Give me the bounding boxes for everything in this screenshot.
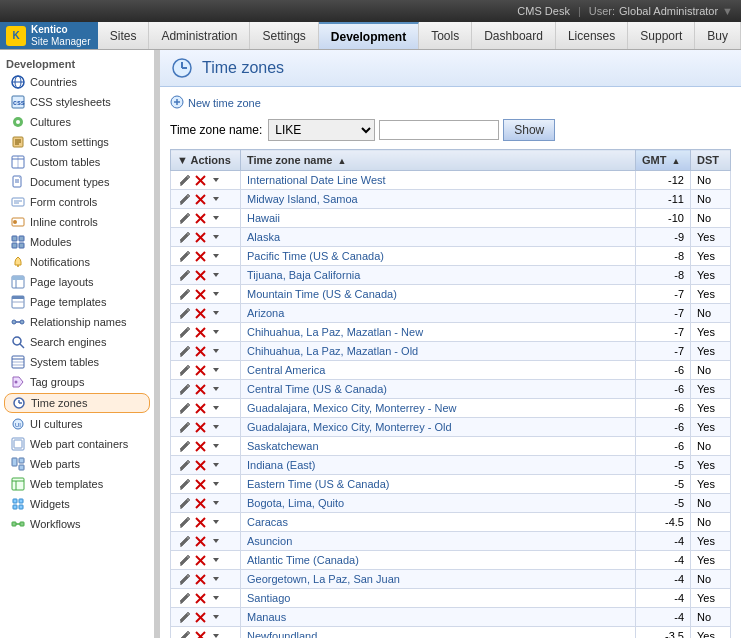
more-icon[interactable] <box>209 591 223 605</box>
delete-icon[interactable] <box>193 591 207 605</box>
edit-icon[interactable] <box>177 211 191 225</box>
edit-icon[interactable] <box>177 591 191 605</box>
sidebar-item-system-tables[interactable]: System tables <box>0 352 154 372</box>
nav-tab-tools[interactable]: Tools <box>419 22 472 49</box>
more-icon[interactable] <box>209 249 223 263</box>
delete-icon[interactable] <box>193 534 207 548</box>
edit-icon[interactable] <box>177 249 191 263</box>
delete-icon[interactable] <box>193 268 207 282</box>
edit-icon[interactable] <box>177 268 191 282</box>
timezone-name-link[interactable]: Chihuahua, La Paz, Mazatlan - Old <box>247 345 418 357</box>
edit-icon[interactable] <box>177 287 191 301</box>
sidebar-item-web-parts[interactable]: Web parts <box>0 454 154 474</box>
edit-icon[interactable] <box>177 382 191 396</box>
timezone-name-link[interactable]: Alaska <box>247 231 280 243</box>
nav-tab-buy[interactable]: Buy <box>695 22 741 49</box>
more-icon[interactable] <box>209 610 223 624</box>
more-icon[interactable] <box>209 515 223 529</box>
timezone-name-link[interactable]: Central Time (US & Canada) <box>247 383 387 395</box>
delete-icon[interactable] <box>193 249 207 263</box>
more-icon[interactable] <box>209 496 223 510</box>
filter-operator-select[interactable]: LIKE EQUALS STARTS WITH <box>268 119 375 141</box>
timezone-name-link[interactable]: Bogota, Lima, Quito <box>247 497 344 509</box>
timezone-name-link[interactable]: Mountain Time (US & Canada) <box>247 288 397 300</box>
edit-icon[interactable] <box>177 363 191 377</box>
edit-icon[interactable] <box>177 458 191 472</box>
sidebar-item-workflows[interactable]: Workflows <box>0 514 154 534</box>
more-icon[interactable] <box>209 477 223 491</box>
edit-icon[interactable] <box>177 192 191 206</box>
sidebar-item-web-templates[interactable]: Web templates <box>0 474 154 494</box>
more-icon[interactable] <box>209 439 223 453</box>
edit-icon[interactable] <box>177 515 191 529</box>
delete-icon[interactable] <box>193 439 207 453</box>
delete-icon[interactable] <box>193 572 207 586</box>
sidebar-item-css[interactable]: css CSS stylesheets <box>0 92 154 112</box>
delete-icon[interactable] <box>193 477 207 491</box>
edit-icon[interactable] <box>177 420 191 434</box>
sidebar-item-countries[interactable]: Countries <box>0 72 154 92</box>
sidebar-item-page-templates[interactable]: Page templates <box>0 292 154 312</box>
col-actions[interactable]: ▼ Actions <box>171 150 241 171</box>
more-icon[interactable] <box>209 230 223 244</box>
delete-icon[interactable] <box>193 306 207 320</box>
timezone-name-link[interactable]: Saskatchewan <box>247 440 319 452</box>
edit-icon[interactable] <box>177 230 191 244</box>
edit-icon[interactable] <box>177 496 191 510</box>
timezone-name-link[interactable]: Guadalajara, Mexico City, Monterrey - Ol… <box>247 421 452 433</box>
col-dst[interactable]: DST <box>691 150 731 171</box>
delete-icon[interactable] <box>193 458 207 472</box>
delete-icon[interactable] <box>193 211 207 225</box>
delete-icon[interactable] <box>193 610 207 624</box>
edit-icon[interactable] <box>177 306 191 320</box>
delete-icon[interactable] <box>193 173 207 187</box>
sidebar-item-search-engines[interactable]: Search engines <box>0 332 154 352</box>
edit-icon[interactable] <box>177 401 191 415</box>
new-time-zone-link[interactable]: New time zone <box>170 95 731 111</box>
sidebar-item-modules[interactable]: Modules <box>0 232 154 252</box>
show-button[interactable]: Show <box>503 119 555 141</box>
cms-desk-link[interactable]: CMS Desk <box>517 5 570 17</box>
edit-icon[interactable] <box>177 610 191 624</box>
more-icon[interactable] <box>209 458 223 472</box>
more-icon[interactable] <box>209 363 223 377</box>
more-icon[interactable] <box>209 382 223 396</box>
delete-icon[interactable] <box>193 553 207 567</box>
delete-icon[interactable] <box>193 363 207 377</box>
col-timezone-name[interactable]: Time zone name ▲ <box>241 150 636 171</box>
more-icon[interactable] <box>209 420 223 434</box>
timezone-name-link[interactable]: International Date Line West <box>247 174 386 186</box>
more-icon[interactable] <box>209 401 223 415</box>
timezone-name-link[interactable]: Caracas <box>247 516 288 528</box>
sidebar-item-inline-controls[interactable]: Inline controls <box>0 212 154 232</box>
delete-icon[interactable] <box>193 420 207 434</box>
delete-icon[interactable] <box>193 287 207 301</box>
col-gmt[interactable]: GMT ▲ <box>636 150 691 171</box>
more-icon[interactable] <box>209 534 223 548</box>
delete-icon[interactable] <box>193 382 207 396</box>
delete-icon[interactable] <box>193 192 207 206</box>
timezone-name-link[interactable]: Midway Island, Samoa <box>247 193 358 205</box>
edit-icon[interactable] <box>177 439 191 453</box>
sidebar-item-custom-tables[interactable]: Custom tables <box>0 152 154 172</box>
delete-icon[interactable] <box>193 325 207 339</box>
edit-icon[interactable] <box>177 325 191 339</box>
edit-icon[interactable] <box>177 553 191 567</box>
timezone-name-link[interactable]: Indiana (East) <box>247 459 315 471</box>
nav-tab-development[interactable]: Development <box>319 22 419 49</box>
edit-icon[interactable] <box>177 477 191 491</box>
sidebar-item-tag-groups[interactable]: Tag groups <box>0 372 154 392</box>
nav-tab-support[interactable]: Support <box>628 22 695 49</box>
more-icon[interactable] <box>209 553 223 567</box>
delete-icon[interactable] <box>193 401 207 415</box>
more-icon[interactable] <box>209 325 223 339</box>
edit-icon[interactable] <box>177 629 191 638</box>
timezone-name-link[interactable]: Asuncion <box>247 535 292 547</box>
timezone-name-link[interactable]: Central America <box>247 364 325 376</box>
filter-value-input[interactable] <box>379 120 499 140</box>
timezone-name-link[interactable]: Santiago <box>247 592 290 604</box>
sidebar-item-custom-settings[interactable]: Custom settings <box>0 132 154 152</box>
sidebar-item-page-layouts[interactable]: Page layouts <box>0 272 154 292</box>
edit-icon[interactable] <box>177 173 191 187</box>
timezone-name-link[interactable]: Chihuahua, La Paz, Mazatlan - New <box>247 326 423 338</box>
